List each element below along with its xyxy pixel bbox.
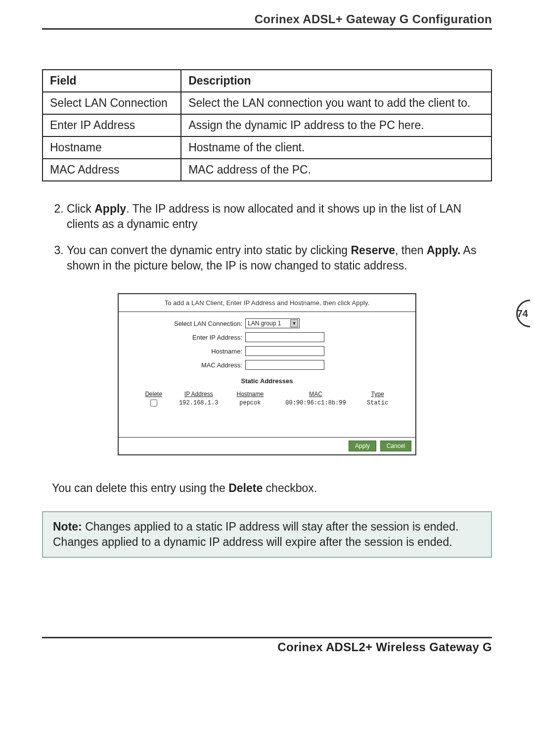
screenshot-footer: Apply Cancel (119, 437, 415, 454)
static-addresses-table: Delete IP Address Hostname MAC Type 192.… (138, 390, 396, 407)
select-lan-dropdown[interactable]: LAN group 1 ▼ (245, 318, 300, 328)
field-description-table: Field Description Select LAN Connection … (42, 69, 492, 181)
field-cell: Select LAN Connection (43, 92, 181, 114)
header-title: Corinex ADSL+ Gateway G Configuration (42, 12, 492, 30)
enter-ip-label: Enter IP Address: (134, 334, 245, 341)
field-head: Field (43, 70, 181, 92)
table-row: MAC Address MAC address of the PC. (43, 159, 491, 181)
delete-hint: You can delete this entry using the Dele… (52, 480, 482, 496)
select-lan-value: LAN group 1 (248, 319, 281, 328)
lan-client-screenshot: To add a LAN Client, Enter IP Address an… (118, 293, 416, 455)
delete-checkbox[interactable] (150, 400, 157, 406)
step-2: Click Apply. The IP address is now alloc… (67, 201, 492, 232)
step3-prefix: You can convert the dynamic entry into s… (67, 244, 351, 257)
desc-cell: Assign the dynamic IP address to the PC … (181, 114, 491, 136)
static-addresses-heading: Static Addresses (134, 377, 400, 385)
row-mac: 00:90:96:c1:8b:99 (272, 399, 359, 407)
footer-title: Corinex ADSL2+ Wireless Gateway G (42, 637, 492, 654)
field-cell: MAC Address (43, 159, 181, 181)
delete-hint-post: checkbox. (263, 482, 317, 494)
field-cell: Enter IP Address (43, 114, 181, 136)
col-host: Hostname (228, 390, 272, 399)
step3-mid: , then (395, 244, 427, 257)
note-box: Note: Changes applied to a static IP add… (42, 511, 492, 558)
row-type: Static (359, 399, 396, 407)
step2-bold: Apply (94, 202, 126, 215)
table-row: Hostname Hostname of the client. (43, 136, 491, 159)
table-row: Select LAN Connection Select the LAN con… (43, 92, 491, 114)
table-row: Enter IP Address Assign the dynamic IP a… (43, 114, 491, 136)
col-type: Type (359, 390, 396, 399)
select-lan-label: Select LAN Connection: (134, 320, 245, 327)
steps-list: Click Apply. The IP address is now alloc… (42, 201, 492, 273)
delete-hint-pre: You can delete this entry using the (52, 482, 228, 494)
desc-cell: MAC address of the PC. (181, 159, 491, 181)
col-ip: IP Address (169, 390, 228, 399)
note-text: Changes applied to a static IP address w… (53, 520, 458, 548)
desc-cell: Hostname of the client. (181, 136, 491, 159)
step2-prefix: Click (67, 202, 94, 215)
hostname-label: Hostname: (134, 348, 245, 355)
step2-rest: . The IP address is now allocated and it… (67, 202, 461, 230)
note-label: Note: (53, 520, 82, 533)
chevron-down-icon: ▼ (290, 319, 298, 327)
row-ip: 192.168.1.3 (169, 399, 228, 407)
col-delete: Delete (138, 390, 169, 399)
desc-cell: Select the LAN connection you want to ad… (181, 92, 491, 114)
description-head: Description (181, 70, 491, 92)
step3-bold1: Reserve (351, 244, 395, 257)
row-host: pepcok (228, 399, 272, 407)
step3-bold2: Apply. (427, 244, 461, 257)
mac-input[interactable] (245, 360, 324, 370)
table-row: 192.168.1.3 pepcok 00:90:96:c1:8b:99 Sta… (138, 399, 396, 407)
apply-button[interactable]: Apply (349, 441, 376, 451)
cancel-button[interactable]: Cancel (380, 441, 411, 451)
step-3: You can convert the dynamic entry into s… (67, 243, 492, 273)
page-number-badge: 74 (517, 300, 534, 327)
col-mac: MAC (272, 390, 359, 399)
enter-ip-input[interactable] (245, 332, 324, 342)
screenshot-form: Select LAN Connection: LAN group 1 ▼ Ent… (119, 312, 415, 388)
delete-hint-bold: Delete (228, 482, 263, 494)
page-number: 74 (517, 308, 534, 319)
screenshot-title: To add a LAN Client, Enter IP Address an… (119, 294, 415, 312)
hostname-input[interactable] (245, 346, 324, 356)
mac-label: MAC Address: (134, 361, 245, 369)
field-cell: Hostname (43, 136, 181, 159)
